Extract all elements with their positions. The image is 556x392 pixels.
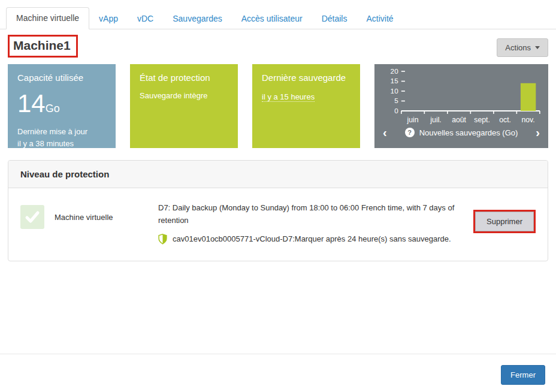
policy-text: cav01ev01ocb0005771-vCloud-D7:Marquer ap…: [173, 233, 451, 245]
protection-panel-header: Niveau de protection: [8, 161, 548, 188]
protection-panel-body: Machine virtuelle D7: Daily backup (Mond…: [8, 188, 548, 261]
capacity-card: Capacité utilisée 14Go Dernière mise à j…: [8, 64, 116, 148]
last-backup-link[interactable]: il y a 15 heures: [262, 92, 315, 102]
vm-detail-page: Machine virtuelle vApp vDC Sauvegardes A…: [0, 0, 556, 392]
backup-chart-card: 05101520juinjuil.aoûtsept.oct.nov. ‹ ? N…: [374, 64, 548, 148]
header-row: Machine1 Actions: [8, 35, 548, 58]
svg-text:10: 10: [391, 87, 398, 95]
tab-machine-virtuelle[interactable]: Machine virtuelle: [6, 7, 89, 29]
chart-title: Nouvelles sauvegardes (Go): [419, 128, 518, 137]
vm-label: Machine virtuelle: [55, 213, 113, 222]
delete-button[interactable]: Supprimer: [475, 212, 534, 231]
summary-cards: Capacité utilisée 14Go Dernière mise à j…: [8, 64, 548, 148]
chevron-right-icon[interactable]: ›: [536, 126, 540, 138]
tab-bar: Machine virtuelle vApp vDC Sauvegardes A…: [0, 0, 556, 29]
protection-panel-title: Niveau de protection: [20, 169, 536, 179]
svg-text:juil.: juil.: [430, 116, 441, 124]
svg-text:sept.: sept.: [474, 116, 490, 124]
capacity-updated-link[interactable]: il y a 38 minutes: [17, 138, 74, 150]
actions-button-label: Actions: [505, 43, 531, 52]
tab-vdc[interactable]: vDC: [128, 8, 163, 29]
vm-group: Machine virtuelle: [20, 205, 158, 229]
shield-icon: [158, 234, 167, 245]
caret-down-icon: [535, 46, 540, 49]
svg-text:5: 5: [394, 97, 398, 105]
page-title: Machine1: [13, 38, 71, 53]
actions-button[interactable]: Actions: [497, 38, 548, 57]
footer-bar: Fermer: [0, 354, 556, 354]
capacity-value: 14Go: [17, 91, 106, 116]
protection-description-block: D7: Daily backup (Monday to Sunday) from…: [158, 201, 473, 245]
chart-title-wrap: ? Nouvelles sauvegardes (Go): [405, 128, 518, 137]
svg-text:15: 15: [391, 77, 398, 85]
annotation-box-title: Machine1: [8, 35, 78, 58]
tab-details[interactable]: Détails: [312, 8, 357, 29]
capacity-updated: Dernière mise à jour il y a 38 minutes: [17, 126, 106, 150]
tab-acces-utilisateur[interactable]: Accès utilisateur: [232, 8, 312, 29]
last-backup-title: Dernière sauvegarde: [262, 73, 350, 83]
svg-text:août: août: [452, 116, 466, 124]
protection-state-card: État de protection Sauvegarde intègre: [130, 64, 238, 148]
close-button[interactable]: Fermer: [501, 365, 545, 385]
check-tile: [20, 205, 44, 229]
help-icon[interactable]: ?: [405, 128, 415, 137]
last-backup-card: Dernière sauvegarde il y a 15 heures: [252, 64, 360, 148]
svg-text:20: 20: [391, 68, 398, 75]
protection-state-title: État de protection: [140, 73, 228, 83]
tab-activite[interactable]: Activité: [356, 8, 403, 29]
check-icon: [20, 205, 44, 229]
svg-text:nov.: nov.: [521, 116, 534, 124]
chevron-left-icon[interactable]: ‹: [383, 126, 387, 138]
tab-vapp[interactable]: vApp: [89, 8, 128, 29]
chart-controls: ‹ ? Nouvelles sauvegardes (Go) ›: [379, 126, 543, 138]
policy-row: cav01ev01ocb0005771-vCloud-D7:Marquer ap…: [158, 233, 459, 245]
protection-panel: Niveau de protection Machine virtuelle D…: [8, 160, 548, 261]
backup-chart-svg: 05101520juinjuil.aoûtsept.oct.nov.: [379, 68, 543, 125]
svg-text:juin: juin: [407, 116, 419, 124]
svg-text:0: 0: [394, 107, 398, 114]
tab-sauvegardes[interactable]: Sauvegardes: [163, 8, 232, 29]
annotation-box-delete: Supprimer: [473, 210, 536, 233]
protection-description: D7: Daily backup (Monday to Sunday) from…: [158, 201, 459, 227]
protection-state-status: Sauvegarde intègre: [140, 91, 228, 100]
capacity-card-title: Capacité utilisée: [17, 73, 106, 83]
svg-text:oct.: oct.: [499, 116, 511, 124]
